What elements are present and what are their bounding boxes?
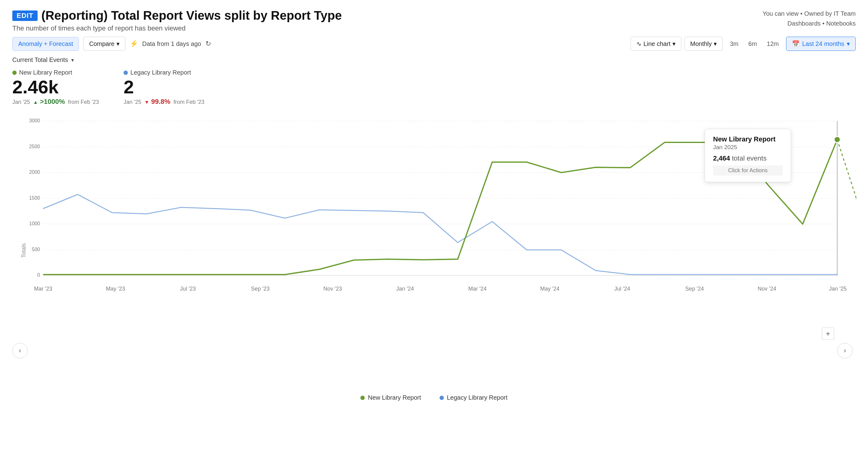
monthly-label: Monthly: [690, 40, 712, 48]
data-info: Data from 1 days ago: [142, 40, 201, 48]
x-label-jan25: Jan '25: [829, 286, 846, 292]
toolbar-right: ∿ Line chart ▾ Monthly ▾ 3m 6m 12m 📅 Las…: [630, 37, 856, 51]
legacy-library-dot: [124, 70, 128, 75]
down-arrow-icon: [145, 98, 149, 106]
new-library-dot: [12, 70, 17, 75]
time-6m-button[interactable]: 6m: [744, 38, 762, 50]
new-library-metric: New Library Report 2.46k Jan '25 >1000% …: [12, 69, 99, 106]
meta-location: Dashboards • Notebooks: [763, 19, 856, 28]
legacy-library-sub: Jan '25 99.8% from Feb '23: [124, 98, 204, 106]
legacy-library-change: 99.8%: [145, 98, 170, 106]
x-label-sep23: Sep '23: [251, 286, 270, 292]
tooltip-value-number: 2,464: [713, 154, 730, 162]
legend-legacy-library: Legacy Library Report: [439, 394, 507, 401]
legacy-library-metric: Legacy Library Report 2 Jan '25 99.8% fr…: [124, 69, 204, 106]
chart-nav-right-button[interactable]: ›: [837, 343, 852, 358]
page-title: (Reporting) Total Report Views split by …: [41, 9, 342, 23]
chart-area: Totals 3000 2500 2000 1500: [12, 112, 856, 389]
x-label-nov23: Nov '23: [323, 286, 342, 292]
compare-button[interactable]: Compare ▾: [83, 37, 125, 51]
tooltip-dot: [834, 137, 840, 143]
y-label-0: 0: [37, 272, 40, 277]
x-label-sep24: Sep '24: [685, 286, 704, 292]
plus-button[interactable]: +: [822, 328, 834, 340]
chevron-down-icon: ▾: [117, 40, 120, 48]
metrics-row: New Library Report 2.46k Jan '25 >1000% …: [12, 69, 856, 106]
title-area: EDIT (Reporting) Total Report Views spli…: [12, 9, 342, 32]
tooltip-action[interactable]: Click for Actions: [713, 166, 783, 176]
chevron-down-icon-2: ▾: [673, 40, 676, 48]
legend-legacy-library-label: Legacy Library Report: [447, 394, 507, 401]
y-label-1500: 1500: [29, 195, 40, 201]
y-label-500: 500: [32, 247, 40, 252]
new-library-value: 2.46k: [12, 78, 99, 96]
tooltip-title: New Library Report: [713, 135, 783, 143]
new-library-date: Jan '25: [12, 99, 30, 106]
legend-legacy-library-dot: [439, 395, 444, 400]
legacy-library-from: from Feb '23: [174, 99, 204, 106]
y-axis-label: Totals: [21, 243, 27, 258]
tooltip-value-label: total events: [732, 154, 767, 162]
meta-info: You can view • Owned by IT Team Dashboar…: [763, 9, 856, 28]
dropdown-arrow-icon: ▾: [71, 57, 74, 63]
anomaly-forecast-button[interactable]: Anomaly + Forecast: [12, 37, 79, 51]
legacy-library-label: Legacy Library Report: [124, 69, 204, 76]
meta-view: You can view • Owned by IT Team: [763, 9, 856, 19]
monthly-button[interactable]: Monthly ▾: [684, 37, 723, 51]
subtitle: The number of times each type of report …: [12, 24, 342, 32]
title-line: EDIT (Reporting) Total Report Views spli…: [12, 9, 342, 23]
legacy-library-line: [43, 195, 837, 274]
x-label-jan24: Jan '24: [396, 286, 414, 292]
y-label-3000: 3000: [29, 118, 40, 123]
line-chart-icon: ∿: [637, 40, 642, 48]
lightning-icon: ⚡: [130, 40, 138, 48]
current-total-label: Current Total Events: [12, 56, 68, 63]
page: EDIT (Reporting) Total Report Views spli…: [0, 0, 868, 469]
header-row: EDIT (Reporting) Total Report Views spli…: [12, 9, 856, 32]
x-label-jul23: Jul '23: [180, 286, 195, 292]
x-label-nov24: Nov '24: [758, 286, 776, 292]
tooltip-date: Jan 2025: [713, 144, 783, 151]
tooltip-value: 2,464 total events: [713, 154, 783, 163]
last-24-label: Last 24 months: [802, 40, 844, 48]
compare-label: Compare: [89, 40, 114, 48]
calendar-icon: 📅: [792, 40, 800, 48]
line-chart-label: Line chart: [644, 40, 671, 48]
line-chart-button[interactable]: ∿ Line chart ▾: [630, 37, 681, 51]
last-24-months-button[interactable]: 📅 Last 24 months ▾: [786, 37, 856, 51]
legend-row: New Library Report Legacy Library Report: [12, 394, 856, 401]
up-arrow-icon: [33, 98, 38, 106]
chart-nav-left-button[interactable]: ‹: [12, 343, 28, 358]
refresh-icon[interactable]: ↻: [206, 40, 211, 48]
time-3m-button[interactable]: 3m: [726, 38, 743, 50]
x-label-mar23: Mar '23: [34, 286, 52, 292]
chevron-down-icon-3: ▾: [714, 40, 717, 48]
legacy-library-value: 2: [124, 78, 204, 96]
new-library-from: from Feb '23: [68, 99, 99, 106]
legacy-library-date: Jan '25: [124, 99, 141, 106]
legend-new-library-label: New Library Report: [368, 394, 421, 401]
edit-badge[interactable]: EDIT: [12, 10, 38, 21]
y-label-2000: 2000: [29, 170, 40, 175]
new-library-sub: Jan '25 >1000% from Feb '23: [12, 98, 99, 106]
current-total-row[interactable]: Current Total Events ▾: [12, 56, 856, 63]
chevron-down-icon-4: ▾: [847, 40, 850, 48]
y-label-1000: 1000: [29, 221, 40, 226]
time-buttons: 3m 6m 12m: [726, 38, 783, 50]
time-12m-button[interactable]: 12m: [762, 38, 783, 50]
y-label-2500: 2500: [29, 144, 40, 149]
x-label-may23: May '23: [106, 286, 125, 292]
legend-new-library-dot: [361, 395, 365, 400]
x-label-jul24: Jul '24: [614, 286, 630, 292]
x-label-mar24: Mar '24: [468, 286, 486, 292]
x-label-may24: May '24: [540, 286, 559, 292]
toolbar: Anomaly + Forecast Compare ▾ ⚡ Data from…: [12, 37, 856, 51]
new-library-change: >1000%: [33, 98, 65, 106]
forecast-line: [837, 140, 856, 198]
new-library-label: New Library Report: [12, 69, 99, 76]
tooltip-box: New Library Report Jan 2025 2,464 total …: [705, 129, 791, 182]
legend-new-library: New Library Report: [361, 394, 421, 401]
